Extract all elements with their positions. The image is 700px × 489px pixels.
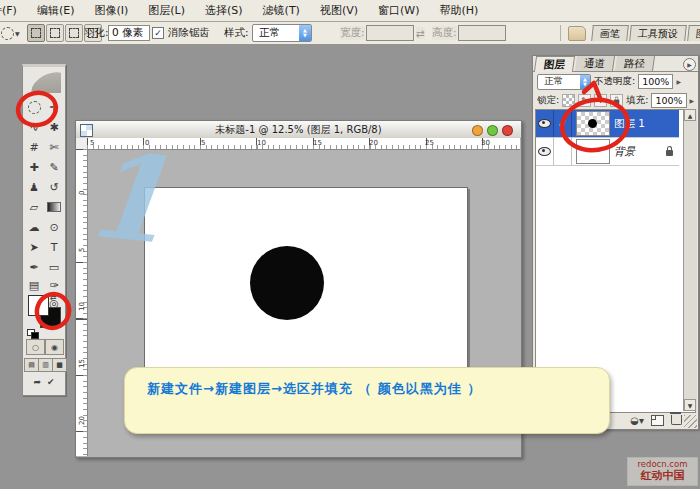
eraser-icon: ▱: [30, 201, 38, 214]
tool-type[interactable]: T: [44, 237, 64, 257]
tab-layers[interactable]: 图层: [534, 56, 575, 72]
style-select[interactable]: 正常 ▲▼: [252, 24, 312, 42]
slider-arrow-icon[interactable]: ▶: [676, 78, 681, 85]
active-paint-column: ✐: [554, 110, 572, 137]
edit-in-imageready-button[interactable]: ➦ ✔: [27, 375, 61, 389]
menu-file[interactable]: 文件(F): [0, 3, 27, 18]
height-label: 高度:: [432, 26, 457, 40]
palette-well-tab-tool-presets[interactable]: 工具预设: [629, 25, 687, 41]
tool-magic-wand[interactable]: ✱: [44, 117, 64, 137]
lock-pixels-icon[interactable]: ✎: [578, 94, 591, 107]
brush-icon: ✎: [49, 161, 58, 174]
palette-menu-button[interactable]: ▶: [683, 58, 696, 71]
subtract-selection-button[interactable]: [65, 24, 83, 42]
ruler-number: 20: [369, 139, 378, 147]
fill-value[interactable]: 100%: [651, 93, 686, 108]
blend-mode-select[interactable]: 正常 ▲▼: [537, 74, 591, 90]
adjustment-layer-button[interactable]: ◒▾: [630, 415, 644, 426]
tool-eyedropper[interactable]: ✑: [44, 275, 64, 295]
tool-move[interactable]: ✛: [44, 97, 64, 117]
palette-scrollbar[interactable]: ▲ ▼: [683, 109, 697, 411]
fullscreen-menubar-button[interactable]: ▥: [38, 358, 53, 372]
layer-row-layer1[interactable]: ✐ 图层 1: [536, 110, 679, 138]
swap-colors-icon[interactable]: ⇄: [50, 293, 57, 302]
tool-brush[interactable]: ✎: [44, 157, 64, 177]
elliptical-marquee-icon: [28, 101, 41, 114]
palette-well-tab-brushes[interactable]: 画笔: [591, 25, 629, 41]
new-layer-button[interactable]: [651, 415, 664, 426]
healing-brush-icon: ✚: [29, 161, 38, 174]
shape-icon: ▭: [49, 261, 59, 274]
layer-thumbnail[interactable]: [576, 111, 610, 136]
visibility-toggle[interactable]: [536, 110, 554, 137]
standard-screen-button[interactable]: ▤: [24, 358, 39, 372]
tool-history-brush[interactable]: ↺: [44, 177, 64, 197]
move-icon: ✛: [49, 101, 58, 114]
tool-eraser[interactable]: ▱: [24, 197, 44, 217]
lock-all-icon[interactable]: [610, 94, 623, 107]
brush-file-icon[interactable]: [568, 26, 586, 41]
tab-channels[interactable]: 通道: [575, 56, 615, 71]
watermark: redocn.com 红动中国: [627, 457, 698, 486]
new-selection-button[interactable]: [27, 24, 45, 42]
tool-elliptical-marquee[interactable]: [24, 97, 44, 117]
tool-healing-brush[interactable]: ✚: [24, 157, 44, 177]
tool-gradient[interactable]: [44, 197, 64, 217]
watermark-name: 红动中国: [628, 470, 697, 483]
step-number-overlay: 1: [80, 135, 174, 261]
menu-help[interactable]: 帮助(H): [429, 3, 488, 18]
add-selection-button[interactable]: [46, 24, 64, 42]
feather-input[interactable]: 0 像素: [108, 25, 150, 41]
palette-well-tab-layer-comps[interactable]: 图层复: [687, 25, 700, 41]
visibility-toggle[interactable]: [536, 138, 554, 165]
layer-name[interactable]: 背景: [614, 145, 635, 159]
layer-row-background[interactable]: 背景: [536, 138, 679, 166]
history-brush-icon: ↺: [49, 181, 58, 194]
scroll-down-icon[interactable]: ▼: [684, 399, 696, 411]
menu-view[interactable]: 视图(V): [310, 3, 368, 18]
foreground-color-swatch[interactable]: [28, 295, 49, 316]
resize-grip[interactable]: [684, 415, 697, 428]
path-selection-icon: ➤: [29, 241, 38, 254]
eye-icon: [538, 119, 551, 128]
slider-arrow-icon[interactable]: ▶: [690, 97, 695, 104]
tab-paths[interactable]: 路径: [615, 56, 655, 71]
maximize-button[interactable]: [487, 125, 498, 136]
standard-mode-button[interactable]: ○: [26, 339, 45, 355]
tool-slice[interactable]: ✄: [44, 137, 64, 157]
tool-blur[interactable]: ☁: [24, 217, 44, 237]
tool-clone-stamp[interactable]: ♟: [24, 177, 44, 197]
tool-lasso[interactable]: ∿: [24, 117, 44, 137]
tool-dodge[interactable]: ⊙: [44, 217, 64, 237]
menu-select[interactable]: 选择(S): [195, 3, 253, 18]
menu-image[interactable]: 图像(I): [84, 3, 138, 18]
menu-filter[interactable]: 滤镜(T): [253, 3, 310, 18]
black-dot-thumbnail: [588, 119, 597, 128]
layer-name[interactable]: 图层 1: [614, 117, 645, 131]
quick-mask-mode-button[interactable]: ◉: [45, 339, 64, 355]
lock-transparency-icon[interactable]: [562, 94, 575, 107]
antialias-checkbox[interactable]: ✓: [152, 27, 164, 39]
tool-path-selection[interactable]: ➤: [24, 237, 44, 257]
fullscreen-button[interactable]: ■: [52, 358, 67, 372]
tool-shape[interactable]: ▭: [44, 257, 64, 277]
default-colors-icon[interactable]: [27, 329, 38, 338]
tool-pen[interactable]: ✒: [24, 257, 44, 277]
tool-notes[interactable]: ▤: [24, 275, 44, 295]
close-button[interactable]: [502, 125, 513, 136]
lock-position-icon[interactable]: ✛: [594, 94, 607, 107]
tool-crop[interactable]: #: [24, 137, 44, 157]
scroll-up-icon[interactable]: ▲: [684, 109, 696, 121]
tool-preset-picker[interactable]: ▼: [1, 22, 23, 44]
delete-layer-button[interactable]: [671, 415, 682, 425]
active-paint-column: [554, 138, 572, 165]
menu-window[interactable]: 窗口(W): [368, 3, 429, 18]
opacity-value[interactable]: 100%: [638, 74, 673, 89]
style-select-value: 正常: [253, 25, 299, 41]
minimize-button[interactable]: [472, 125, 483, 136]
menu-edit[interactable]: 编辑(E): [27, 3, 85, 18]
layer-thumbnail[interactable]: [576, 139, 610, 164]
clone-stamp-icon: ♟: [29, 181, 39, 194]
canvas[interactable]: [144, 187, 468, 368]
menu-layer[interactable]: 图层(L): [138, 3, 195, 18]
